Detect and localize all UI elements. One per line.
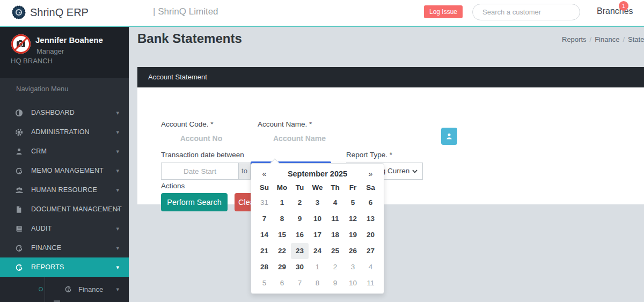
calendar-day[interactable]: 9 [291, 211, 309, 227]
brand-name: ShrinQ ERP [30, 6, 89, 19]
log-issue-button[interactable]: Log Issue [424, 5, 463, 18]
book-icon [15, 224, 24, 233]
chevron-down-icon: ▾ [116, 225, 119, 232]
calendar-day[interactable]: 5 [255, 275, 273, 291]
calendar-day[interactable]: 25 [326, 243, 344, 259]
breadcrumb-reports[interactable]: Reports [562, 35, 587, 43]
breadcrumb-finance[interactable]: Finance [595, 35, 619, 43]
sidebar-item-dashboard[interactable]: DASHBOARD ▾ [0, 103, 129, 122]
calendar-day[interactable]: 3 [344, 259, 362, 275]
calendar-day[interactable]: 7 [255, 211, 273, 227]
next-month-button[interactable]: » [362, 170, 379, 178]
calendar-day[interactable]: 6 [273, 275, 291, 291]
calendar-day[interactable]: 2 [326, 259, 344, 275]
report-type-label: Report Type. * [346, 151, 392, 159]
calendar-grid: 3112345678910111213141516171819202122232… [255, 195, 379, 291]
calendar-day[interactable]: 8 [273, 211, 291, 227]
person-icon [15, 147, 24, 156]
calendar-day[interactable]: 26 [344, 243, 362, 259]
calendar-day[interactable]: 30 [291, 259, 309, 275]
perform-search-button[interactable]: Perform Search [161, 193, 228, 211]
user-branch: HQ BRANCH [11, 57, 53, 65]
sidebar-item-finance[interactable]: FINANCE ▾ [0, 238, 129, 257]
calendar-day[interactable]: 7 [291, 275, 309, 291]
calendar-dayname: We [309, 181, 326, 195]
app-logo-icon [12, 5, 26, 19]
calendar-day[interactable]: 2 [291, 195, 309, 211]
sidebar-item-audit[interactable]: AUDIT ▾ [0, 219, 129, 238]
calendar-day[interactable]: 28 [255, 259, 273, 275]
dashboard-icon [15, 108, 24, 117]
user-profile[interactable]: Jennifer Boahene Manager HQ BRANCH [0, 27, 129, 78]
calendar-day[interactable]: 22 [273, 243, 291, 259]
calendar-day[interactable]: 19 [344, 227, 362, 243]
calendar-dayname: Tu [291, 181, 309, 195]
sidebar-item-crm[interactable]: CRM ▾ [0, 142, 129, 161]
submenu-item-finance[interactable]: Finance ▾ [0, 281, 129, 297]
navigation-menu-label: Navigation Menu [16, 85, 69, 93]
calendar-day[interactable]: 20 [362, 227, 379, 243]
calendar-day[interactable]: 8 [309, 275, 326, 291]
account-statement-card: Account Statement Account Code. * Accoun… [137, 67, 644, 204]
bullet-icon [39, 287, 43, 291]
card-header: Account Statement [137, 67, 644, 87]
gear-icon [15, 128, 24, 136]
app-brand[interactable]: ShrinQ ERP [12, 5, 89, 19]
calendar-day[interactable]: 21 [255, 243, 273, 259]
account-name-input[interactable] [257, 130, 342, 146]
calendar-dayname: Su [255, 181, 273, 195]
calendar-day[interactable]: 10 [309, 211, 326, 227]
calendar-day[interactable]: 31 [255, 195, 273, 211]
calendar-day[interactable]: 29 [273, 259, 291, 275]
calendar-dayname: Th [326, 181, 344, 195]
chevron-down-icon: ▾ [116, 148, 119, 155]
date-between-label: Transaction date between [161, 151, 244, 159]
calendar-day[interactable]: 1 [273, 195, 291, 211]
sidebar-item-memo-management[interactable]: MEMO MANAGEMENT ▾ [0, 161, 129, 180]
customer-search-input[interactable] [472, 4, 580, 20]
to-addon: to [239, 163, 251, 180]
sidebar-nav: DASHBOARD ▾ ADMINISTRATION ▾ CRM ▾ MEMO … [0, 103, 129, 277]
top-header: ShrinQ ERP | ShrinQ Limited Log Issue Br… [0, 0, 644, 27]
calendar-dayname: Fr [344, 181, 362, 195]
company-name: | ShrinQ Limited [153, 6, 218, 17]
calendar-day[interactable]: 18 [326, 227, 344, 243]
breadcrumb: Reports/Finance/State [562, 35, 644, 43]
cedi-icon [15, 263, 24, 271]
calendar-day[interactable]: 5 [344, 195, 362, 211]
chevron-down-icon: ▾ [116, 129, 119, 136]
calendar-day[interactable]: 14 [255, 227, 273, 243]
chevron-down-icon: ▾ [116, 109, 119, 116]
account-lookup-button[interactable] [441, 128, 457, 145]
calendar-month-label[interactable]: September 2025 [273, 170, 362, 178]
calendar-day[interactable]: 4 [362, 259, 379, 275]
calendar-day[interactable]: 15 [273, 227, 291, 243]
calendar-day[interactable]: 24 [309, 243, 326, 259]
calendar-day[interactable]: 17 [309, 227, 326, 243]
sidebar-item-document-management[interactable]: DOCUMENT MANAGEMENT ▾ [0, 200, 129, 219]
calendar-day[interactable]: 3 [309, 195, 326, 211]
calendar-day[interactable]: 23 [291, 243, 309, 259]
calendar-day[interactable]: 10 [344, 275, 362, 291]
prev-month-button[interactable]: « [255, 170, 273, 178]
sidebar-item-human-resource[interactable]: HUMAN RESOURCE ▾ [0, 180, 129, 200]
calendar-day[interactable]: 6 [362, 195, 379, 211]
user-role: Manager [36, 47, 64, 55]
sidebar-item-reports[interactable]: REPORTS ▾ [0, 257, 129, 277]
calendar-day[interactable]: 12 [344, 211, 362, 227]
calendar-day[interactable]: 4 [326, 195, 344, 211]
calendar-day[interactable]: 13 [362, 211, 379, 227]
calendar-day[interactable]: 27 [362, 243, 379, 259]
chevron-down-icon: ▾ [116, 286, 119, 293]
calendar-day[interactable]: 11 [362, 275, 379, 291]
calendar-day-headers: SuMoTuWeThFrSa [255, 181, 379, 195]
calendar-day[interactable]: 11 [326, 211, 344, 227]
date-start-input[interactable] [161, 163, 239, 180]
datepicker-popup: « September 2025 » SuMoTuWeThFrSa 311234… [251, 163, 384, 294]
calendar-day[interactable]: 9 [326, 275, 344, 291]
sidebar-item-administration[interactable]: ADMINISTRATION ▾ [0, 122, 129, 142]
calendar-day[interactable]: 16 [291, 227, 309, 243]
calendar-day[interactable]: 1 [309, 259, 326, 275]
cedi-icon [64, 285, 72, 293]
account-code-input[interactable] [161, 130, 241, 146]
